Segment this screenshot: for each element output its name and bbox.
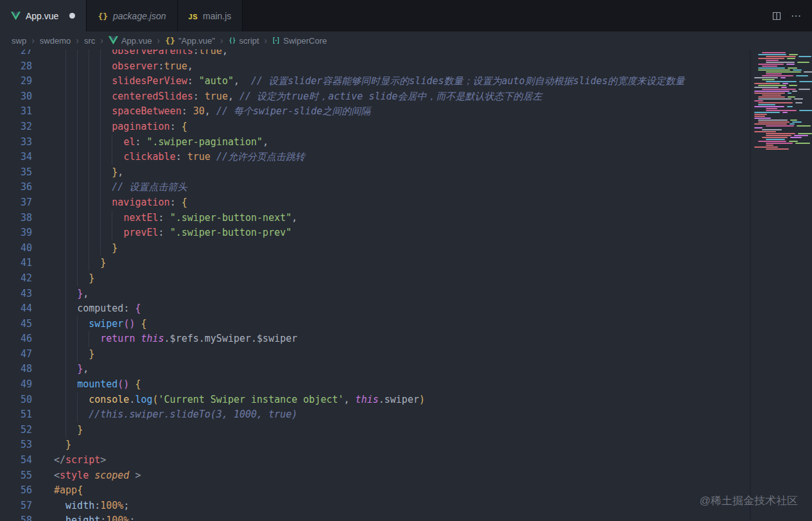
code-line: 36 // 设置点击箭头 — [0, 180, 812, 195]
tab-app-vue[interactable]: App.vue — [0, 0, 87, 31]
code-line-text: } — [54, 424, 83, 436]
chevron-right-icon: › — [264, 35, 268, 46]
code-line-text: }, — [54, 288, 89, 299]
breadcrumb-item-swipercore[interactable]: SwiperCore — [272, 36, 327, 46]
breadcrumb-label: App.vue — [121, 36, 152, 46]
code-line: 51 //this.swiper.slideTo(3, 1000, true) — [0, 407, 812, 423]
indent-guide — [65, 135, 66, 150]
code-line-text: } — [54, 257, 106, 269]
code-line: 40 } — [0, 241, 812, 256]
breadcrumb-item--app-vue-[interactable]: {}"App.vue" — [165, 36, 215, 46]
indent-guide — [65, 211, 66, 226]
line-number: 32 — [0, 119, 32, 135]
line-number: 55 — [0, 468, 32, 484]
code-line-text: } — [54, 272, 94, 284]
code-line-text: // 设置点击箭头 — [54, 181, 187, 193]
code-line: 38 nextEl: ".swiper-button-next", — [0, 211, 812, 226]
line-number: 40 — [0, 241, 32, 256]
indent-guide — [65, 74, 66, 89]
line-number: 45 — [0, 317, 32, 332]
code-editor[interactable]: 27 observeParents:true,28 observer:true,… — [0, 49, 812, 521]
code-line-text: prevEl: ".swiper-button-prev" — [54, 227, 291, 238]
more-actions-button[interactable]: ⋯ — [791, 10, 802, 22]
code-line: 29 slidesPerView: "auto", // 设置slider容器能… — [0, 74, 812, 89]
indent-guide — [89, 180, 89, 195]
line-number: 47 — [0, 347, 32, 362]
code-line: 33 el: ".swiper-pagination", — [0, 135, 812, 150]
code-line-text: console.log('Current Swiper instance obj… — [54, 394, 425, 405]
indent-guide — [65, 287, 66, 302]
indent-guide — [89, 150, 89, 165]
indent-guide — [77, 347, 78, 362]
code-area[interactable]: 27 observeParents:true,28 observer:true,… — [0, 49, 812, 521]
indent-guide — [65, 89, 66, 105]
code-line-text: width:100%; — [54, 500, 129, 511]
indent-guide — [77, 74, 78, 89]
indent-guide — [77, 49, 78, 59]
indent-guide — [77, 180, 78, 195]
line-number: 49 — [0, 377, 32, 393]
indent-guide — [100, 180, 101, 195]
indent-guide — [112, 225, 112, 241]
indent-guide — [65, 59, 66, 75]
tab-label: package.json — [113, 11, 166, 21]
code-line: 54</script> — [0, 453, 812, 468]
minimap[interactable] — [750, 49, 812, 521]
code-line-text: } — [54, 439, 71, 450]
line-number: 44 — [0, 301, 32, 317]
indent-guide — [77, 150, 78, 165]
indent-guide — [89, 165, 89, 181]
breadcrumb-item-swp[interactable]: swp — [12, 36, 26, 46]
line-number: 57 — [0, 499, 32, 514]
chevron-right-icon: › — [100, 35, 103, 46]
code-line-text: height:100%; — [54, 515, 135, 521]
indent-guide — [89, 195, 89, 211]
code-line: 49 mounted() { — [0, 377, 812, 393]
code-line: 31 spaceBetween: 30, // 每个swiper-slide之间… — [0, 104, 812, 119]
indent-guide — [77, 331, 78, 347]
editor-actions: ⋯ — [772, 0, 812, 31]
indent-guide — [100, 195, 101, 211]
line-number: 27 — [0, 49, 32, 59]
code-line-text: clickable: true //允许分页点击跳转 — [54, 151, 305, 163]
breadcrumb-label: swp — [12, 36, 26, 46]
line-number: 37 — [0, 195, 32, 211]
indent-guide — [77, 241, 78, 256]
breadcrumb-item-src[interactable]: src — [84, 36, 95, 46]
line-number: 33 — [0, 135, 32, 150]
indent-guide — [100, 74, 101, 89]
code-line-text: computed: { — [54, 303, 141, 314]
indent-guide — [77, 225, 78, 241]
indent-guide — [65, 423, 66, 438]
code-line-text: </script> — [54, 454, 106, 466]
code-line-text: #app{ — [54, 484, 83, 496]
split-editor-button[interactable] — [772, 11, 782, 21]
indent-guide — [65, 195, 66, 211]
code-line-text: } — [54, 348, 94, 360]
tab-main-js[interactable]: JSmain.js — [178, 0, 243, 31]
indent-guide — [77, 407, 78, 423]
chevron-right-icon: › — [76, 35, 79, 46]
vue-logo-icon — [11, 12, 21, 21]
breadcrumb-item-swdemo[interactable]: swdemo — [40, 36, 71, 46]
breadcrumb-item-app-vue[interactable]: App.vue — [108, 36, 152, 46]
breadcrumb-item-script[interactable]: script — [229, 36, 259, 46]
indent-guide — [100, 119, 101, 135]
symbol-script-icon — [229, 37, 236, 44]
indent-guide — [65, 104, 66, 119]
indent-guide — [65, 317, 66, 332]
modified-dot[interactable] — [69, 13, 75, 19]
code-line-text: } — [54, 242, 117, 254]
code-line: 56#app{ — [0, 483, 812, 499]
chevron-right-icon: › — [157, 35, 160, 46]
json-braces-icon: {} — [165, 36, 175, 46]
tab-package-json[interactable]: {}package.json — [87, 0, 177, 31]
line-number: 38 — [0, 211, 32, 226]
tab-bar: App.vue{}package.jsonJSmain.js ⋯ — [0, 0, 812, 31]
symbol-module-icon — [272, 37, 280, 44]
indent-guide — [77, 317, 78, 332]
indent-guide — [65, 225, 66, 241]
chevron-right-icon: › — [220, 35, 223, 46]
code-line-text: el: ".swiper-pagination", — [54, 136, 268, 148]
code-line: 53 } — [0, 437, 812, 453]
